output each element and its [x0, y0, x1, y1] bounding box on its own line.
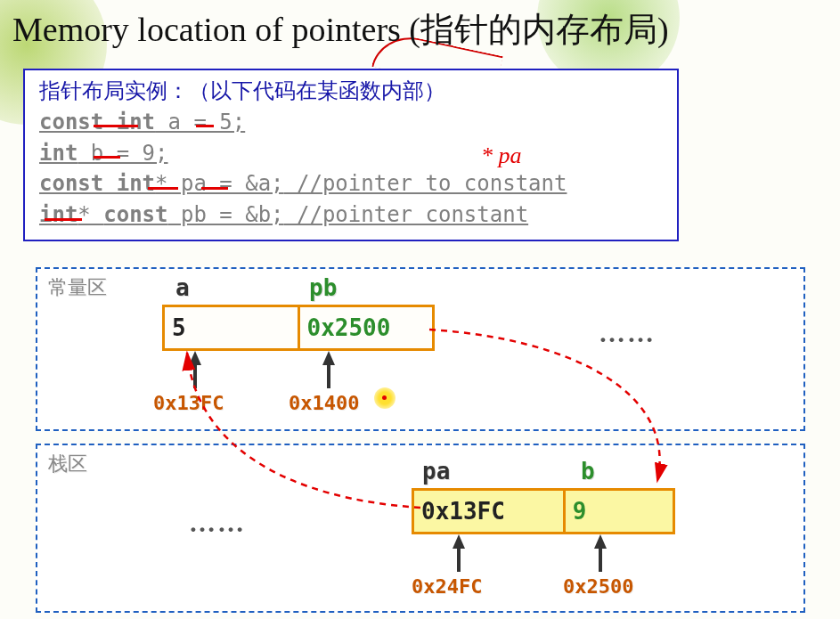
arrow-addr-b-icon [594, 534, 607, 549]
hand-annotation-pa: * pa [481, 143, 522, 169]
cursor-dot-icon [382, 395, 387, 400]
const-ellipsis: …… [599, 318, 656, 348]
code-line-3: const int* pa = &a; //pointer to constan… [39, 168, 663, 200]
addr-pa: 0x24FC [412, 575, 482, 598]
const-region-label: 常量区 [48, 274, 107, 301]
arrow-addr-pb-icon [322, 351, 335, 365]
cell-pa: 0x13FC [414, 491, 566, 532]
cell-b: 9 [566, 491, 673, 532]
const-cells: 5 0x2500 [162, 305, 435, 351]
red-underline-2 [94, 156, 120, 159]
addr-a: 0x13FC [153, 392, 224, 414]
red-underline-3 [148, 187, 178, 190]
red-underline-1b [196, 125, 214, 127]
var-label-b: b [581, 458, 595, 485]
page-title: Memory location of pointers (指针的内存布局) [0, 0, 840, 53]
red-underline-3b [201, 187, 228, 190]
stack-ellipsis: …… [189, 508, 246, 538]
var-label-a: a [175, 274, 190, 301]
cell-a: 5 [165, 307, 300, 348]
code-line-4: int* const pb = &b; //pointer constant [39, 200, 663, 231]
code-example-box: 指针布局实例：（以下代码在某函数内部） const int a = 5; int… [23, 69, 679, 241]
stack-region: 栈区 …… pa b 0x13FC 9 0x24FC 0x2500 [36, 444, 805, 613]
var-label-pa: pa [422, 458, 450, 485]
stack-cells: 0x13FC 9 [412, 488, 675, 534]
arrow-addr-pa-icon [453, 534, 465, 549]
code-line-1: const int a = 5; [39, 107, 663, 138]
red-underline-1 [94, 125, 138, 127]
var-label-pb: pb [309, 274, 337, 301]
code-line-2: int b = 9; [39, 138, 663, 169]
addr-pb: 0x1400 [289, 392, 359, 414]
arrow-addr-a-icon [189, 351, 201, 365]
stack-region-label: 栈区 [48, 451, 87, 477]
red-underline-4 [45, 218, 82, 221]
const-region: 常量区 a pb 5 0x2500 0x13FC 0x1400 …… [36, 267, 805, 431]
cell-pb: 0x2500 [300, 307, 433, 348]
addr-b: 0x2500 [563, 575, 633, 598]
code-header: 指针布局实例：（以下代码在某函数内部） [39, 76, 663, 107]
